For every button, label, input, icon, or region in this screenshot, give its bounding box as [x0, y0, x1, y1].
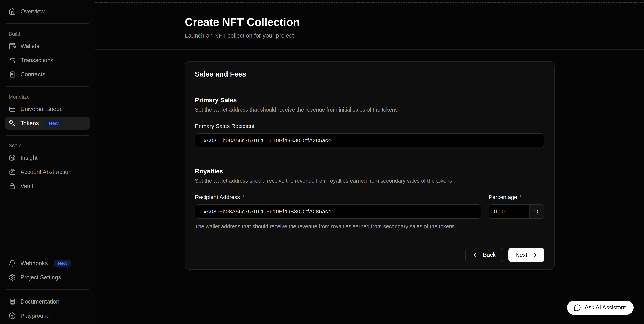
royalties-recipient-column: Recipient Address * The wallet address t…: [195, 184, 481, 230]
percent-suffix: %: [529, 205, 544, 218]
percentage-input[interactable]: [489, 205, 529, 218]
sidebar-item-universal-bridge[interactable]: Universal Bridge: [5, 103, 90, 115]
sidebar-item-label: Project Settings: [20, 274, 61, 281]
dashed-top-divider: [96, 2, 644, 3]
sidebar-divider: [6, 289, 89, 290]
sales-and-fees-card: Sales and Fees Primary Sales Set the wal…: [185, 61, 554, 270]
primary-sales-section: Primary Sales Set the wallet address tha…: [185, 87, 554, 158]
sidebar-item-vault[interactable]: Vault: [5, 180, 90, 193]
sidebar-item-label: Webhooks: [20, 260, 48, 267]
sidebar-item-wallets[interactable]: Wallets: [5, 40, 90, 52]
primary-sales-heading: Primary Sales: [195, 96, 544, 104]
chat-bubble-icon: [574, 304, 581, 311]
app-window: Overview Build Wallets Transactions Cont…: [0, 0, 644, 324]
required-asterisk: *: [242, 194, 244, 200]
back-button[interactable]: Back: [465, 248, 503, 262]
sidebar-item-tokens[interactable]: Tokens New: [5, 117, 90, 130]
sidebar-spacer: [5, 193, 90, 256]
lock-icon: [8, 182, 16, 190]
page-subtitle: Launch an NFT collection for your projec…: [185, 32, 554, 39]
card-title: Sales and Fees: [195, 70, 544, 78]
arrow-left-icon: [473, 252, 480, 258]
primary-sales-description: Set the wallet address that should recei…: [195, 107, 544, 113]
home-icon: [8, 8, 16, 15]
sidebar-item-playground[interactable]: Playground: [5, 310, 90, 322]
book-icon: [8, 298, 16, 305]
card-header: Sales and Fees: [185, 62, 554, 87]
sidebar-item-label: Insight: [20, 155, 38, 161]
sidebar-item-insight[interactable]: Insight: [5, 152, 90, 164]
smart-account-icon: [8, 168, 16, 176]
sidebar-item-label: Documentation: [20, 298, 60, 305]
royalties-fields-row: Recipient Address * The wallet address t…: [195, 184, 544, 230]
royalties-helper-text: The wallet address that should receive t…: [195, 223, 481, 230]
sidebar: Overview Build Wallets Transactions Cont…: [0, 0, 95, 324]
arrow-right-icon: [531, 252, 538, 258]
cube-icon: [8, 312, 16, 320]
sidebar-item-label: Overview: [20, 8, 44, 15]
sidebar-item-label: Wallets: [20, 43, 39, 49]
required-asterisk: *: [257, 123, 259, 129]
bottom-divider: [96, 315, 644, 316]
contract-file-icon: [8, 71, 16, 78]
package-search-icon: [8, 154, 16, 162]
sidebar-item-label: Account Abstraction: [20, 169, 72, 175]
sidebar-item-label: Universal Bridge: [20, 106, 63, 112]
sidebar-divider: [6, 135, 89, 136]
new-badge: New: [54, 260, 71, 267]
sidebar-item-label: Tokens: [20, 120, 39, 127]
sidebar-item-label: Playground: [20, 313, 50, 319]
percentage-input-group: %: [488, 204, 544, 219]
credit-card-icon: [8, 105, 16, 113]
royalties-percentage-column: Percentage * %: [488, 184, 544, 230]
sidebar-item-label: Transactions: [20, 57, 53, 64]
royalties-description: Set the wallet address should receive th…: [195, 178, 544, 184]
sidebar-item-project-settings[interactable]: Project Settings: [5, 271, 90, 284]
sidebar-item-documentation[interactable]: Documentation: [5, 295, 90, 308]
coins-icon: [8, 120, 16, 127]
sidebar-divider: [6, 86, 89, 87]
next-button[interactable]: Next: [508, 248, 544, 262]
royalties-section: Royalties Set the wallet address should …: [185, 158, 554, 240]
page-header: Create NFT Collection Launch an NFT coll…: [96, 0, 644, 50]
royalties-recipient-input[interactable]: [195, 204, 481, 219]
royalties-heading: Royalties: [195, 168, 544, 175]
primary-sales-recipient-input[interactable]: [195, 133, 544, 147]
new-badge: New: [45, 120, 62, 127]
sidebar-item-label: Contracts: [20, 71, 45, 78]
bell-icon: [8, 260, 16, 267]
sidebar-item-contracts[interactable]: Contracts: [5, 68, 90, 81]
sidebar-item-overview[interactable]: Overview: [5, 5, 90, 18]
wallet-icon: [8, 42, 16, 50]
sidebar-section-build: Build: [8, 30, 90, 37]
percentage-label: Percentage *: [488, 194, 544, 200]
main-area: Create NFT Collection Launch an NFT coll…: [96, 0, 644, 324]
required-asterisk: *: [519, 194, 522, 200]
sidebar-item-label: Vault: [20, 183, 33, 190]
sidebar-section-scale: Scale: [8, 142, 90, 149]
card-footer: Back Next: [185, 240, 554, 270]
primary-sales-recipient-label: Primary Sales Recipient *: [195, 123, 544, 129]
sidebar-section-monetize: Monetize: [8, 93, 90, 100]
sidebar-divider: [6, 23, 89, 24]
ask-ai-assistant-button[interactable]: Ask AI Assistant: [567, 301, 634, 315]
page-title: Create NFT Collection: [185, 16, 554, 28]
sidebar-item-webhooks[interactable]: Webhooks New: [5, 257, 90, 270]
gear-icon: [8, 274, 16, 281]
sidebar-item-transactions[interactable]: Transactions: [5, 54, 90, 67]
royalties-recipient-label: Recipient Address *: [195, 194, 481, 200]
arrows-left-right-icon: [8, 57, 16, 64]
sidebar-item-account-abstraction[interactable]: Account Abstraction: [5, 166, 90, 178]
